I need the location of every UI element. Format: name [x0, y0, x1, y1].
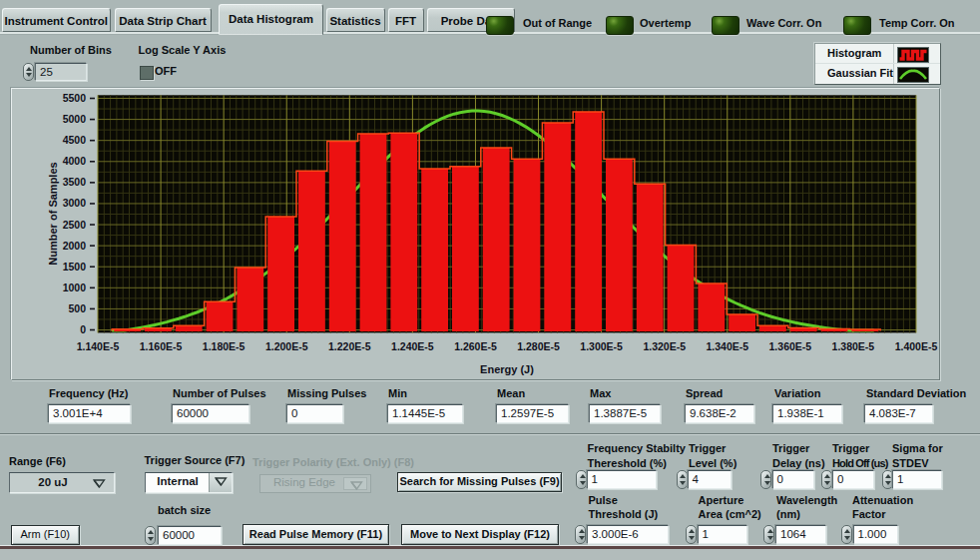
svg-text:1.400E-5: 1.400E-5 [895, 340, 938, 352]
svg-text:1.340E-5: 1.340E-5 [706, 340, 748, 352]
svg-text:1.380E-5: 1.380E-5 [832, 340, 875, 352]
svg-text:500: 500 [68, 302, 86, 314]
svg-text:1.260E-5: 1.260E-5 [454, 340, 497, 352]
svg-text:1.320E-5: 1.320E-5 [643, 340, 686, 352]
svg-text:2500: 2500 [63, 219, 87, 231]
svg-text:1.360E-5: 1.360E-5 [769, 340, 812, 352]
svg-text:Energy (J): Energy (J) [480, 363, 534, 375]
svg-text:Number of Samples: Number of Samples [47, 162, 59, 265]
svg-text:1.160E-5: 1.160E-5 [140, 340, 183, 352]
svg-text:1.220E-5: 1.220E-5 [328, 340, 371, 352]
svg-text:1000: 1000 [63, 281, 87, 293]
svg-text:4000: 4000 [63, 155, 87, 167]
svg-text:5000: 5000 [63, 113, 87, 125]
svg-text:4500: 4500 [63, 134, 87, 146]
svg-text:3000: 3000 [63, 197, 87, 209]
svg-text:5500: 5500 [63, 92, 87, 104]
svg-text:1.240E-5: 1.240E-5 [391, 340, 434, 352]
svg-text:3500: 3500 [63, 176, 87, 188]
svg-text:1.180E-5: 1.180E-5 [203, 340, 245, 352]
svg-text:2000: 2000 [63, 240, 87, 252]
svg-text:0: 0 [80, 323, 86, 335]
svg-text:1.300E-5: 1.300E-5 [580, 340, 623, 352]
svg-text:1.200E-5: 1.200E-5 [265, 340, 308, 352]
svg-text:1500: 1500 [63, 261, 87, 273]
svg-text:1.280E-5: 1.280E-5 [517, 340, 560, 352]
svg-text:1.140E-5: 1.140E-5 [77, 340, 120, 352]
